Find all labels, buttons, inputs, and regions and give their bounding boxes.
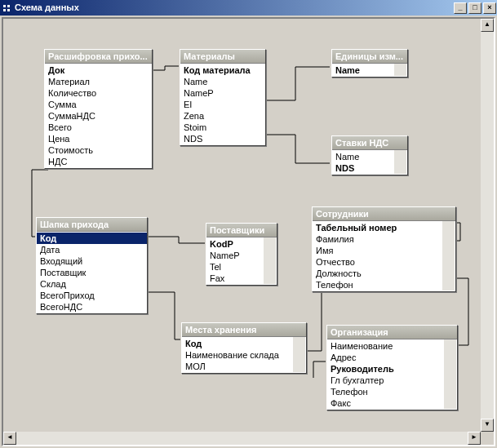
table-field[interactable]: Код [182,338,294,349]
table-field[interactable]: Телефон [313,279,443,291]
table-title: Расшифровка прихо... [45,50,152,64]
table-field[interactable]: Fax [206,273,264,284]
table-field[interactable]: Код материала [180,64,265,76]
table-field[interactable]: СуммаНДС [45,110,152,122]
scroll-left-button[interactable]: ◄ [3,432,16,445]
table-field[interactable]: NameP [206,250,264,261]
table-field[interactable]: EI [180,99,265,110]
table-field[interactable]: Материал [45,76,152,87]
field-list: Наименование Адрес Руководитель Гл бухга… [327,339,457,410]
table-field[interactable]: Адрес [327,352,445,363]
table-field[interactable]: Телефон [327,386,445,397]
table-field[interactable]: Наименование [327,340,445,352]
table-title: Сотрудники [313,207,455,221]
table-field[interactable]: Name [180,76,265,87]
table-field[interactable]: Гл бухгалтер [327,375,445,386]
table-field[interactable]: Цена [45,133,152,144]
maximize-button[interactable]: □ [468,2,481,14]
table-field[interactable]: NDS [332,162,395,174]
vertical-scrollbar[interactable]: ▲ ▼ [481,19,494,432]
table-field[interactable]: Поставщик [37,267,147,278]
table-field[interactable]: Имя [313,245,443,256]
table-field[interactable]: Руководитель [327,363,445,375]
table-field[interactable]: Док [45,64,152,76]
table-field[interactable]: Name [332,64,395,76]
table-stavki[interactable]: Ставки НДС Name NDS [331,135,408,175]
table-field[interactable]: Фамилия [313,233,443,245]
titlebar[interactable]: Схема данных _ □ × [0,0,497,16]
table-field[interactable]: KodP [206,238,264,250]
table-shapka[interactable]: Шапка прихода Код Дата Входящий Поставщи… [36,217,148,314]
minimize-button[interactable]: _ [454,2,467,14]
horizontal-scrollbar[interactable]: ◄ ► [3,432,481,445]
table-field[interactable]: МОЛ [182,361,294,372]
table-field[interactable]: Дата [37,244,147,255]
field-list: Док Материал Количество Сумма СуммаНДС В… [45,64,152,168]
table-field[interactable]: Stoim [180,122,265,133]
table-field[interactable]: Tel [206,261,264,273]
table-field[interactable]: NDS [180,133,265,144]
table-field[interactable]: Zena [180,110,265,122]
window-title: Схема данных [15,0,79,16]
table-title: Ставки НДС [332,136,407,150]
table-field[interactable]: Наименование склада [182,349,294,361]
table-title: Организация [327,326,457,339]
table-scrollbar[interactable] [442,221,455,291]
table-field[interactable]: Стоимость [45,144,152,156]
table-field[interactable]: Должность [313,268,443,279]
table-edinicy[interactable]: Единицы изм... Name [331,49,408,78]
table-field[interactable]: Склад [37,278,147,290]
table-title: Поставщики [206,224,277,237]
table-field[interactable]: НДС [45,156,152,167]
table-scrollbar[interactable] [394,64,406,76]
table-field[interactable]: Отчество [313,256,443,268]
table-field[interactable]: Табельный номер [313,222,443,233]
scroll-up-button[interactable]: ▲ [481,19,494,32]
table-scrollbar[interactable] [293,337,305,372]
field-list: Табельный номер Фамилия Имя Отчество Дол… [313,221,455,291]
table-scrollbar[interactable] [444,339,456,409]
table-title: Места хранения [182,323,306,337]
table-field[interactable]: Всего [45,122,152,133]
table-rasshifrovka[interactable]: Расшифровка прихо... Док Материал Количе… [44,49,153,169]
scroll-down-button[interactable]: ▼ [481,419,494,432]
table-organizacia[interactable]: Организация Наименование Адрес Руководит… [326,325,458,410]
table-scrollbar[interactable] [264,237,276,284]
table-field[interactable]: Количество [45,87,152,99]
relationships-window: Схема данных _ □ × [0,0,497,448]
table-title: Материалы [180,50,265,64]
scroll-right-button[interactable]: ► [468,432,481,445]
field-list: Код Дата Входящий Поставщик Склад ВсегоП… [37,232,147,313]
table-title: Шапка прихода [37,218,147,232]
table-title: Единицы изм... [332,50,407,64]
table-field[interactable]: Входящий [37,255,147,267]
diagram-canvas[interactable]: Расшифровка прихо... Док Материал Количе… [3,19,481,432]
table-field[interactable]: ВсегоНДС [37,301,147,313]
table-field[interactable]: Факс [327,397,445,409]
table-scrollbar[interactable] [394,150,406,174]
close-button[interactable]: × [483,2,496,14]
table-field[interactable]: NameP [180,87,265,99]
window-icon [3,4,11,12]
table-field[interactable]: Код [37,233,147,244]
table-field[interactable]: ВсегоПриход [37,290,147,301]
table-materialy[interactable]: Материалы Код материала Name NameP EI Ze… [180,49,266,146]
table-mesta[interactable]: Места хранения Код Наименование склада М… [181,322,307,374]
table-field[interactable]: Name [332,151,395,162]
table-field[interactable]: Сумма [45,99,152,110]
field-list: Код Наименование склада МОЛ [182,337,306,373]
table-postavshiki[interactable]: Поставщики KodP NameP Tel Fax [206,223,277,286]
client-area: Расшифровка прихо... Док Материал Количе… [2,17,495,446]
field-list: Код материала Name NameP EI Zena Stoim N… [180,64,265,145]
scrollbar-corner [481,432,494,445]
table-sotrudniki[interactable]: Сотрудники Табельный номер Фамилия Имя О… [312,206,456,292]
